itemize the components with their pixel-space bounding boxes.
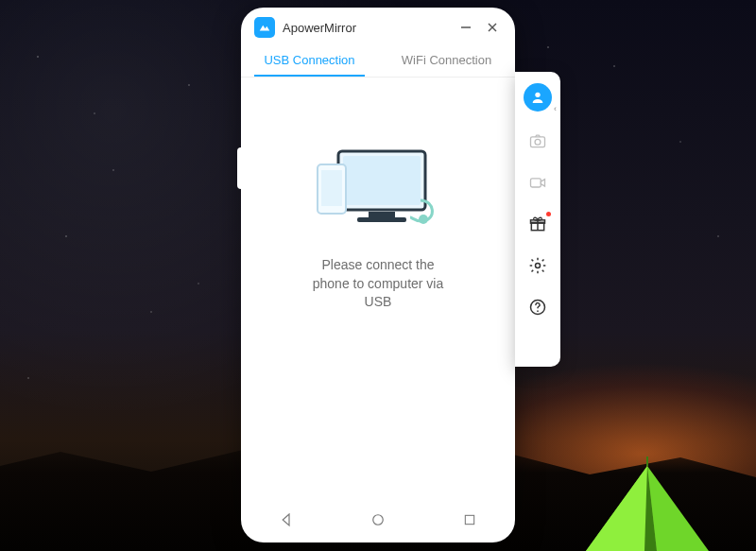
record-button[interactable] (525, 170, 550, 195)
titlebar: ApowerMirror (241, 8, 515, 43)
svg-rect-8 (321, 170, 342, 206)
app-title: ApowerMirror (283, 21, 449, 35)
connection-tabs: USB Connection WiFi Connection (241, 43, 515, 77)
svg-rect-5 (369, 212, 395, 217)
connect-illustration (312, 144, 444, 233)
gift-icon (528, 215, 547, 233)
help-icon (528, 298, 547, 317)
profile-button[interactable] (524, 83, 552, 112)
home-button[interactable] (359, 501, 397, 539)
camera-icon (528, 131, 547, 150)
content-area: Please connect the phone to computer via… (241, 77, 515, 497)
settings-button[interactable] (525, 253, 550, 278)
recent-button[interactable] (451, 501, 489, 539)
back-button[interactable] (267, 501, 305, 539)
svg-rect-11 (465, 515, 473, 524)
record-icon (528, 173, 547, 192)
chevron-left-icon[interactable]: ‹ (554, 104, 557, 113)
svg-point-21 (537, 310, 539, 312)
profile-icon (530, 90, 545, 105)
svg-point-9 (419, 215, 428, 224)
svg-rect-15 (531, 179, 541, 187)
svg-point-14 (535, 139, 541, 145)
svg-point-10 (373, 515, 384, 525)
svg-point-19 (536, 264, 541, 268)
svg-rect-13 (531, 137, 545, 147)
instruction-text: Please connect the phone to computer via… (307, 256, 449, 312)
gift-button[interactable] (525, 212, 550, 236)
wallpaper-tent (567, 456, 728, 551)
minimize-button[interactable] (456, 18, 475, 37)
tab-usb-connection[interactable]: USB Connection (241, 43, 378, 77)
settings-icon (528, 256, 547, 275)
svg-point-12 (535, 93, 540, 97)
side-toolbar: ‹ (515, 72, 560, 367)
help-button[interactable] (525, 295, 550, 319)
notification-dot (546, 212, 551, 216)
android-navbar (241, 497, 515, 542)
svg-rect-6 (357, 217, 406, 222)
close-button[interactable] (483, 18, 502, 37)
app-window: ApowerMirror USB Connection WiFi Connect… (241, 8, 515, 542)
app-icon (254, 17, 275, 38)
screenshot-button[interactable] (525, 129, 550, 153)
svg-rect-4 (343, 156, 421, 205)
tab-wifi-connection[interactable]: WiFi Connection (378, 43, 515, 77)
phone-notch-left (237, 147, 243, 189)
